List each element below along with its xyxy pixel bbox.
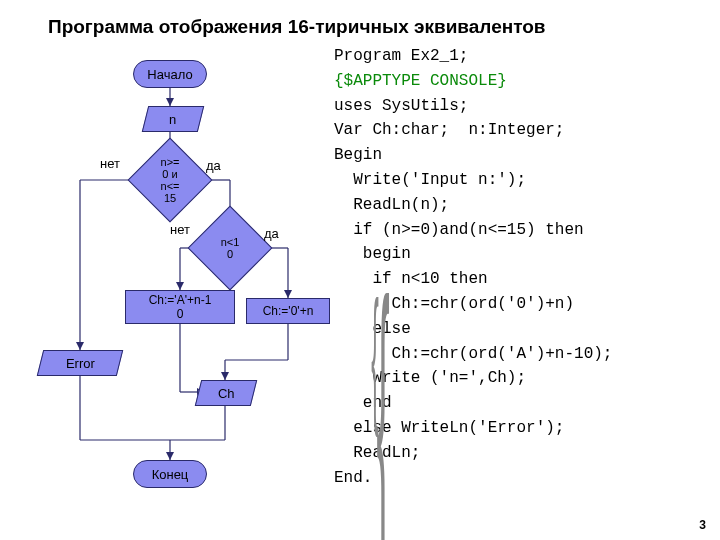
flow-start: Начало bbox=[133, 60, 207, 88]
flow-out-ch: Ch bbox=[195, 380, 257, 406]
flow-cond2: n<1 0 bbox=[200, 218, 260, 278]
svg-marker-28 bbox=[166, 452, 174, 460]
code-l16: else WriteLn('Error'); bbox=[334, 419, 564, 437]
flow-input-n-label: n bbox=[169, 112, 176, 127]
svg-marker-12 bbox=[176, 282, 184, 290]
flow-cond1-label: n>= 0 и n<= 15 bbox=[140, 150, 200, 210]
flow-cond2-no-label: нет bbox=[170, 222, 190, 237]
svg-marker-15 bbox=[284, 290, 292, 298]
page-title: Программа отображения 16-тиричных эквива… bbox=[48, 16, 546, 38]
code-l2: {$APPTYPE CONSOLE} bbox=[334, 72, 507, 90]
flow-assign-0: Ch:='0'+n bbox=[246, 298, 330, 324]
flow-out-ch-label: Ch bbox=[218, 386, 235, 401]
svg-marker-9 bbox=[76, 342, 84, 350]
svg-marker-1 bbox=[166, 98, 174, 106]
brace-inner-icon: { bbox=[371, 238, 379, 471]
flow-assign-a: Ch:='A'+n-1 0 bbox=[125, 290, 235, 324]
code-l7: ReadLn(n); bbox=[334, 196, 449, 214]
code-l4: Var Ch:char; n:Integer; bbox=[334, 121, 564, 139]
code-l3: uses SysUtils; bbox=[334, 97, 468, 115]
code-l5: Begin bbox=[334, 146, 382, 164]
flow-cond2-yes-label: да bbox=[264, 226, 279, 241]
page-number: 3 bbox=[699, 518, 706, 532]
code-l10: if n<10 then bbox=[334, 270, 488, 288]
code-l8: if (n>=0)and(n<=15) then bbox=[334, 221, 584, 239]
flow-error: Error bbox=[37, 350, 123, 376]
code-l18: End. bbox=[334, 469, 372, 487]
code-l11: Ch:=chr(ord('0')+n) bbox=[334, 295, 574, 313]
code-l14: Write ('n=',Ch); bbox=[334, 369, 526, 387]
code-l1: Program Ex2_1; bbox=[334, 47, 468, 65]
source-code: Program Ex2_1; {$APPTYPE CONSOLE} uses S… bbox=[334, 44, 612, 490]
flow-cond1-no-label: нет bbox=[100, 156, 120, 171]
flow-error-label: Error bbox=[66, 356, 95, 371]
code-l6: Write('Input n:'); bbox=[334, 171, 526, 189]
flow-cond1: n>= 0 и n<= 15 bbox=[140, 150, 200, 210]
flow-cond1-yes-label: да bbox=[206, 158, 221, 173]
flow-input-n: n bbox=[142, 106, 204, 132]
flowchart: Начало n n>= 0 и n<= 15 нет да n<1 0 нет… bbox=[30, 50, 340, 520]
flow-end: Конец bbox=[133, 460, 207, 488]
svg-marker-22 bbox=[221, 372, 229, 380]
flow-cond2-label: n<1 0 bbox=[200, 218, 260, 278]
